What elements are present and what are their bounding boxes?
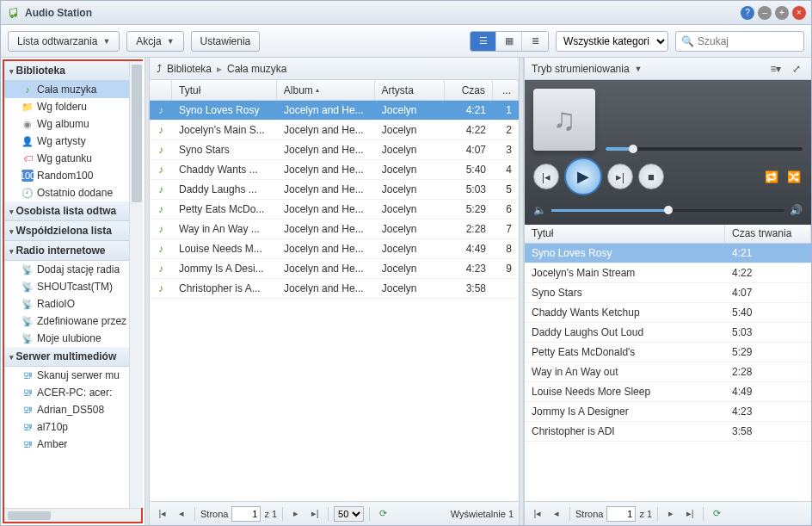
table-row[interactable]: ♪Syno Loves RosyJocelyn and He...Jocelyn…	[150, 101, 519, 121]
play-button[interactable]: ▶	[564, 158, 602, 195]
table-row[interactable]: ♪Jommy Is A Desi...Jocelyn and He...Joce…	[150, 259, 519, 279]
queue-row[interactable]: Jommy Is A Designer4:23	[525, 402, 811, 422]
page-prev-button[interactable]: ◂	[174, 506, 189, 522]
col-title[interactable]: Tytuł	[172, 80, 277, 100]
tree-item[interactable]: 🖳Amber	[4, 436, 141, 453]
cell-duration: 4:22	[445, 124, 493, 136]
tree-item[interactable]: 📡SHOUTcast(TM)	[4, 278, 141, 295]
tree-item[interactable]: 👤Wg artysty	[4, 133, 141, 150]
view-grid-button[interactable]: ▦	[496, 32, 522, 51]
tree-item-label: Wg gatunku	[37, 152, 92, 164]
page-refresh-button[interactable]: ⟳	[375, 506, 391, 522]
queue-menu-button[interactable]: ≡▾	[768, 61, 784, 77]
music-icon: ♪	[22, 84, 34, 96]
tree-item-label: Wg folderu	[37, 101, 87, 113]
sidebar-hscroll[interactable]	[4, 508, 141, 522]
tree-group[interactable]: Biblioteka	[4, 61, 141, 81]
stream-mode-label[interactable]: Tryb strumieniowania	[532, 63, 630, 75]
shuffle-button[interactable]: 🔀	[785, 168, 803, 185]
help-button[interactable]: ?	[741, 6, 754, 20]
qpage-prev-button[interactable]: ◂	[549, 506, 564, 522]
search-box[interactable]: 🔍	[675, 31, 804, 52]
prev-button[interactable]: |◂	[533, 164, 559, 189]
settings-button[interactable]: Ustawienia	[191, 31, 261, 52]
maximize-button[interactable]: +	[775, 6, 789, 20]
view-compact-button[interactable]: ≣	[522, 32, 548, 51]
queue-row[interactable]: Louise Needs More Sleep4:49	[525, 382, 811, 402]
table-row[interactable]: ♪Petty Eats McDo...Jocelyn and He...Joce…	[150, 200, 519, 220]
tree-item[interactable]: 🖳Adrian_DS508	[4, 401, 141, 418]
queue-col-duration[interactable]: Czas trwania	[725, 225, 811, 243]
tree-item[interactable]: 100Random100	[4, 167, 141, 184]
stop-button[interactable]: ■	[638, 164, 664, 189]
tree-item[interactable]: 📡Moje ulubione	[4, 330, 141, 347]
table-row[interactable]: ♪Chaddy Wants ...Jocelyn and He...Jocely…	[150, 160, 519, 180]
queue-row[interactable]: Syno Stars4:07	[525, 283, 811, 303]
page-last-button[interactable]: ▸|	[307, 506, 323, 522]
tree-group[interactable]: Serwer multimediów	[4, 347, 141, 367]
volume-slider[interactable]	[551, 209, 784, 212]
next-button[interactable]: ▸|	[607, 164, 633, 189]
tree-group[interactable]: Współdzielona lista	[4, 221, 141, 241]
queue-row[interactable]: Syno Loves Rosy4:21	[525, 244, 811, 263]
page-input[interactable]	[231, 506, 261, 522]
tree-group[interactable]: Radio internetowe	[4, 241, 141, 261]
search-input[interactable]	[698, 35, 798, 47]
tree-item[interactable]: 🕘Ostatnio dodane	[4, 184, 141, 201]
qpage-next-button[interactable]: ▸	[663, 506, 679, 522]
col-extra[interactable]: ...	[493, 80, 519, 100]
queue-row[interactable]: Daddy Laughs Out Loud5:03	[525, 323, 811, 343]
tree-item-label: Wg albumu	[37, 118, 89, 130]
tree-item[interactable]: 📡RadioIO	[4, 295, 141, 313]
qpage-input[interactable]	[606, 506, 636, 522]
playlist-menu-button[interactable]: Lista odtwarzania▼	[8, 31, 120, 52]
sidebar-vscroll[interactable]	[129, 61, 143, 508]
col-album[interactable]: Album	[277, 80, 375, 100]
tree-item[interactable]: 🖳ACER-PC: acer:	[4, 384, 141, 401]
table-row[interactable]: ♪Louise Needs M...Jocelyn and He...Jocel…	[150, 239, 519, 259]
table-row[interactable]: ♪Daddy Laughs ...Jocelyn and He...Jocely…	[150, 180, 519, 200]
view-list-button[interactable]: ☰	[471, 32, 496, 51]
tree-item[interactable]: 🏷Wg gatunku	[4, 150, 141, 167]
queue-col-title[interactable]: Tytuł	[525, 225, 725, 243]
tree-item[interactable]: 🖳al710p	[4, 418, 141, 436]
table-row[interactable]: ♪Syno StarsJocelyn and He...Jocelyn4:073	[150, 140, 519, 160]
tree-item-label: Zdefiniowane przez	[37, 315, 126, 327]
tree-item[interactable]: ◉Wg albumu	[4, 115, 141, 133]
tree-item-label: Moje ulubione	[37, 332, 102, 344]
queue-row[interactable]: Chaddy Wants Ketchup5:40	[525, 303, 811, 323]
queue-row[interactable]: Jocelyn's Main Stream4:22	[525, 263, 811, 283]
minimize-button[interactable]: –	[758, 6, 772, 20]
col-artist[interactable]: Artysta	[375, 80, 445, 100]
action-menu-button[interactable]: Akcja▼	[126, 31, 183, 52]
close-button[interactable]: ×	[792, 6, 806, 20]
qpage-last-button[interactable]: ▸|	[682, 506, 698, 522]
queue-row[interactable]: Christopher is ADI3:58	[525, 422, 811, 442]
repeat-button[interactable]: 🔁	[763, 168, 780, 185]
progress-bar[interactable]	[606, 147, 803, 151]
page-first-button[interactable]: |◂	[155, 506, 170, 522]
page-next-button[interactable]: ▸	[288, 506, 304, 522]
queue-row[interactable]: Way in An Way out2:28	[525, 362, 811, 382]
table-row[interactable]: ♪Christopher is A...Jocelyn and He...Joc…	[150, 279, 519, 299]
page-size-select[interactable]: 50	[334, 506, 364, 522]
queue-row[interactable]: Petty Eats McDonald's5:29	[525, 343, 811, 362]
music-icon: ♪	[150, 203, 172, 215]
tree-item[interactable]: 📡Zdefiniowane przez	[4, 313, 141, 330]
tree-item[interactable]: ♪Cała muzyka	[4, 81, 141, 98]
table-row[interactable]: ♪Jocelyn's Main S...Jocelyn and He...Joc…	[150, 121, 519, 140]
tree-item[interactable]: 📁Wg folderu	[4, 98, 141, 115]
col-icon[interactable]	[150, 80, 172, 100]
queue-expand-button[interactable]: ⤢	[789, 61, 804, 77]
cell-duration: 5:29	[445, 203, 493, 215]
table-row[interactable]: ♪Way in An Way ...Jocelyn and He...Jocel…	[150, 220, 519, 239]
qpage-refresh-button[interactable]: ⟳	[709, 506, 724, 522]
breadcrumb-root[interactable]: Biblioteka	[167, 63, 212, 75]
breadcrumb-up-icon[interactable]: ⤴	[157, 63, 162, 75]
tree-group[interactable]: Osobista lista odtwa	[4, 201, 141, 221]
category-select[interactable]: Wszystkie kategori	[556, 31, 668, 52]
tree-item[interactable]: 🖳Skanuj serwer mu	[4, 367, 141, 384]
col-duration[interactable]: Czas	[445, 80, 493, 100]
tree-item[interactable]: 📡Dodaj stację radia	[4, 261, 141, 278]
qpage-first-button[interactable]: |◂	[530, 506, 545, 522]
